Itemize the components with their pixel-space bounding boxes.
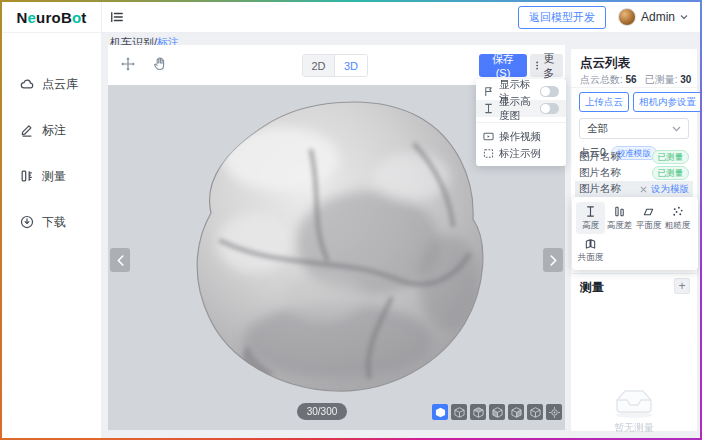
view-default-button[interactable]: [432, 404, 448, 420]
height-diff-tool-icon: [613, 205, 626, 218]
menu-item-label: 操作视频: [499, 130, 559, 144]
more-button[interactable]: 更多: [530, 54, 563, 77]
hand-tool-icon[interactable]: [152, 56, 168, 72]
menu-item-label: 显示高度图: [499, 95, 535, 123]
logo-part: t: [81, 9, 86, 26]
sidebar-nav: 点云库 标注 测量 下载: [2, 33, 101, 245]
mode-2d-button[interactable]: 2D: [303, 55, 335, 76]
panel-title: 点云列表: [580, 55, 630, 72]
kebab-menu-icon: [536, 60, 538, 71]
brand-logo: NeuroBot: [2, 2, 101, 33]
view-front-button[interactable]: [451, 404, 467, 420]
view-back-button[interactable]: [470, 404, 486, 420]
filter-select[interactable]: 全部: [579, 118, 689, 139]
cube-icon: [530, 407, 541, 418]
user-menu[interactable]: Admin: [618, 8, 688, 26]
height-map-icon: [483, 103, 494, 114]
image-list-item-selected[interactable]: 图片名称 设为模版: [575, 181, 693, 197]
sidebar: NeuroBot 点云库 标注 测量 下载: [2, 2, 102, 438]
chevron-down-icon: [680, 14, 688, 20]
logo-part: e: [28, 9, 37, 26]
flag-icon: [483, 86, 494, 97]
image-pager: 30/300: [297, 403, 347, 420]
video-icon: [483, 131, 494, 142]
mode-3d-button[interactable]: 3D: [335, 55, 367, 76]
download-icon: [20, 215, 34, 229]
tool-height-diff[interactable]: 高度差: [605, 202, 634, 234]
next-image-button[interactable]: [543, 248, 563, 272]
image-name: 图片名称: [579, 150, 621, 164]
sidebar-item-label: 测量: [42, 168, 66, 185]
cloud-icon: [20, 77, 34, 91]
divider: [571, 273, 697, 274]
sidebar-item-measure[interactable]: 测量: [2, 153, 101, 199]
username: Admin: [641, 10, 675, 24]
canvas-tools: [120, 56, 168, 72]
logo-part: ur: [36, 9, 51, 26]
sidebar-item-download[interactable]: 下载: [2, 199, 101, 245]
view-reset-button[interactable]: [546, 404, 562, 420]
add-measure-button[interactable]: +: [674, 278, 690, 294]
filter-value: 全部: [587, 122, 608, 136]
menu-item-tutorial-video[interactable]: 操作视频: [476, 128, 566, 145]
height-tool-icon: [584, 205, 597, 218]
image-name: 图片名称: [579, 182, 621, 196]
back-to-model-dev-button[interactable]: 返回模型开发: [518, 6, 606, 29]
coplanarity-tool-icon: [584, 237, 597, 250]
tool-height[interactable]: 高度: [576, 202, 605, 234]
prev-image-button[interactable]: [110, 248, 130, 272]
logo-part: o: [52, 9, 61, 26]
save-button[interactable]: 保存(S): [479, 54, 527, 77]
show-heightmap-toggle[interactable]: [540, 103, 559, 114]
palette-row: 共面度: [576, 234, 694, 266]
view-right-button[interactable]: [508, 404, 524, 420]
measure-section-title: 测量: [580, 279, 604, 296]
sidebar-item-annotate[interactable]: 标注: [2, 107, 101, 153]
sidebar-item-pointcloud-library[interactable]: 点云库: [2, 61, 101, 107]
view-top-button[interactable]: [527, 404, 543, 420]
upload-pointcloud-button[interactable]: 上传点云: [579, 92, 629, 112]
panel-actions: 上传点云 相机内参设置: [579, 92, 691, 112]
camera-intrinsics-button[interactable]: 相机内参设置: [633, 92, 700, 112]
row-actions: 设为模版: [640, 183, 689, 196]
menu-item-annotation-example[interactable]: 标注示例: [476, 145, 566, 162]
example-icon: [483, 148, 494, 159]
sidebar-item-label: 点云库: [42, 76, 78, 93]
image-list-item[interactable]: 图片名称 已测量: [575, 149, 693, 165]
avatar: [618, 8, 636, 26]
stat-total: 点云总数: 56: [580, 73, 637, 87]
measured-tag: 已测量: [652, 166, 690, 181]
tool-coplanarity[interactable]: 共面度: [576, 234, 605, 266]
logo-part: o: [72, 9, 81, 26]
view-mode-switch: 2D 3D: [302, 54, 368, 77]
move-tool-icon[interactable]: [120, 56, 136, 72]
roughness-tool-icon: [671, 205, 684, 218]
menu-item-show-heightmap[interactable]: 显示高度图: [476, 100, 566, 117]
header-right: 返回模型开发 Admin: [518, 6, 700, 29]
set-as-template-link[interactable]: 设为模版: [651, 183, 689, 196]
image-name: 图片名称: [579, 166, 621, 180]
cube-icon: [473, 407, 484, 418]
show-annotations-toggle[interactable]: [540, 86, 559, 97]
cube-icon: [492, 407, 503, 418]
close-icon[interactable]: [640, 186, 647, 193]
sidebar-item-label: 标注: [42, 122, 66, 139]
chevron-right-icon: [550, 255, 557, 266]
chevron-down-icon: [672, 126, 681, 132]
collapse-sidebar-icon[interactable]: [110, 10, 124, 24]
tool-flatness[interactable]: 平面度: [634, 202, 663, 234]
view-options-menu: 显示标注 显示高度图 操作视频 标注示例: [476, 79, 566, 166]
flatness-tool-icon: [642, 205, 655, 218]
tooth-3d-model[interactable]: [163, 93, 493, 403]
divider: [571, 87, 697, 88]
locate-icon: [549, 407, 560, 418]
menu-item-label: 标注示例: [499, 147, 559, 161]
more-label: 更多: [540, 51, 557, 81]
tool-roughness[interactable]: 粗糙度: [663, 202, 692, 234]
empty-box-icon: [571, 387, 697, 419]
image-list-item[interactable]: 图片名称 已测量: [575, 165, 693, 181]
cube-filled-icon: [435, 407, 446, 418]
view-left-button[interactable]: [489, 404, 505, 420]
view-orientation-bar: [432, 404, 562, 420]
measured-tag: 已测量: [652, 150, 690, 165]
